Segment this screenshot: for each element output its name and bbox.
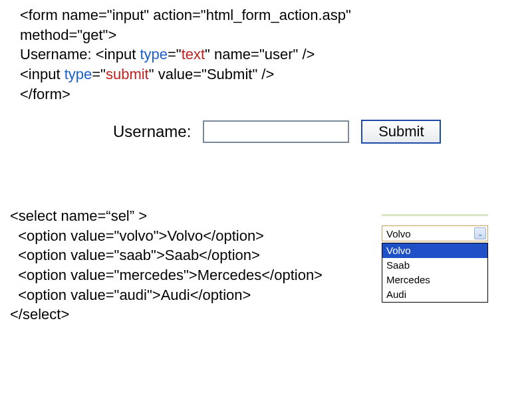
rendered-form: Username: Submit [113,120,441,144]
code-line: Username: <input type="text" name="user"… [20,45,419,65]
submit-button[interactable]: Submit [361,120,441,144]
code-line: </select> [10,305,362,325]
separator-line [382,214,488,216]
code-line: method="get"> [20,25,419,45]
select-option-audi[interactable]: Audi [382,287,487,302]
select-options-list: Volvo Saab Mercedes Audi [382,243,488,303]
code-line: <select name=“sel” > [10,206,362,226]
username-input[interactable] [203,120,349,143]
code-line: <input type="submit" value="Submit" /> [20,65,419,84]
code-line: </form> [20,84,419,104]
rendered-select: Volvo ⌄ Volvo Saab Mercedes Audi [372,214,497,303]
code-line: <option value="audi">Audi</option> [10,285,362,305]
code-line: <option value="volvo">Volvo</option> [10,226,362,246]
select-dropdown[interactable]: Volvo ⌄ [382,225,488,241]
select-option-volvo[interactable]: Volvo [382,243,487,258]
select-option-saab[interactable]: Saab [382,258,487,273]
chevron-down-icon: ⌄ [474,227,486,239]
select-code-snippet: <select name=“sel” > <option value="volv… [10,206,362,325]
code-line: <option value="mercedes">Mercedes</optio… [10,265,362,285]
form-code-snippet: <form name="input" action="html_form_act… [20,5,419,104]
username-label: Username: [113,122,191,141]
code-line: <option value="saab">Saab</option> [10,245,362,265]
select-value: Volvo [386,228,411,239]
select-option-mercedes[interactable]: Mercedes [382,273,487,287]
code-line: <form name="input" action="html_form_act… [20,5,419,25]
